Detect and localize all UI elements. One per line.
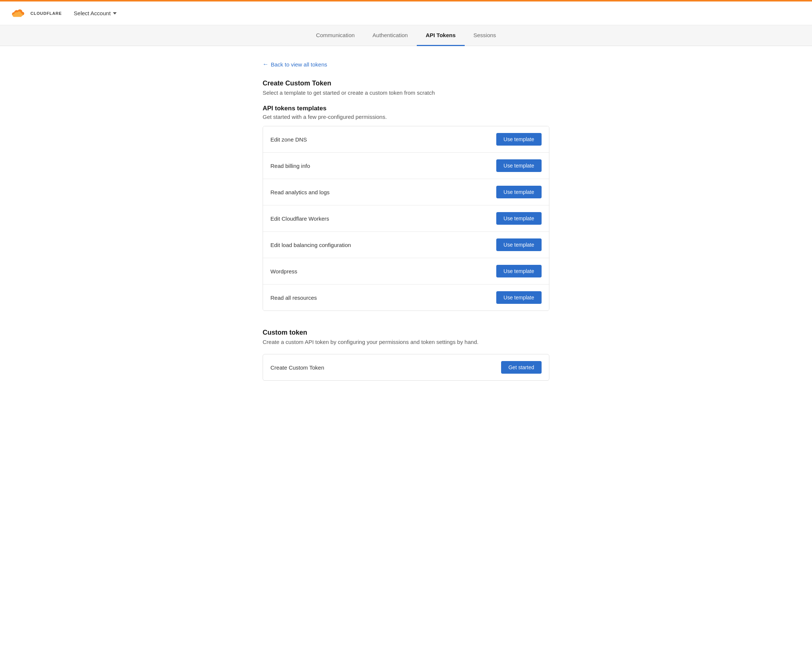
use-template-button[interactable]: Use template — [496, 133, 542, 146]
template-name: Edit zone DNS — [270, 136, 307, 143]
use-template-button[interactable]: Use template — [496, 159, 542, 172]
custom-row-label: Create Custom Token — [270, 365, 324, 371]
template-list: Edit zone DNSUse templateRead billing in… — [263, 126, 549, 311]
template-row: Read analytics and logsUse template — [263, 179, 549, 205]
select-account-label: Select Account — [74, 10, 111, 16]
arrow-left-icon: ← — [263, 61, 269, 68]
back-link-label: Back to view all tokens — [271, 61, 327, 68]
chevron-down-icon — [113, 12, 117, 14]
custom-description: Create a custom API token by configuring… — [263, 339, 549, 345]
custom-section: Custom token Create a custom API token b… — [263, 329, 549, 381]
template-name: Edit Cloudflare Workers — [270, 215, 329, 222]
template-row: Edit Cloudflare WorkersUse template — [263, 205, 549, 232]
template-name: Edit load balancing configuration — [270, 242, 351, 248]
custom-heading: Custom token — [263, 329, 549, 337]
templates-description: Get started with a few pre-configured pe… — [263, 114, 549, 120]
template-row: Edit load balancing configurationUse tem… — [263, 232, 549, 258]
main-content: ← Back to view all tokens Create Custom … — [254, 46, 558, 403]
template-name: Read all resources — [270, 294, 317, 301]
logo-link[interactable]: CLOUDFLARE — [9, 7, 62, 20]
create-section: Create Custom Token Select a template to… — [263, 79, 549, 96]
header: CLOUDFLARE Select Account — [0, 2, 812, 25]
get-started-button[interactable]: Get started — [501, 361, 542, 374]
template-name: Read analytics and logs — [270, 189, 330, 195]
tab-sessions[interactable]: Sessions — [465, 25, 505, 46]
use-template-button[interactable]: Use template — [496, 265, 542, 278]
template-name: Read billing info — [270, 163, 310, 169]
tab-communication[interactable]: Communication — [307, 25, 364, 46]
create-description: Select a template to get started or crea… — [263, 90, 549, 96]
template-row: WordpressUse template — [263, 258, 549, 285]
template-name: Wordpress — [270, 268, 297, 275]
templates-heading: API tokens templates — [263, 105, 549, 112]
template-row: Read all resourcesUse template — [263, 285, 549, 311]
template-row: Edit zone DNSUse template — [263, 126, 549, 153]
back-link[interactable]: ← Back to view all tokens — [263, 61, 327, 68]
tab-authentication[interactable]: Authentication — [364, 25, 417, 46]
use-template-button[interactable]: Use template — [496, 212, 542, 225]
cloudflare-logo-icon — [9, 7, 27, 20]
tab-api-tokens[interactable]: API Tokens — [417, 25, 465, 46]
use-template-button[interactable]: Use template — [496, 291, 542, 304]
custom-token-row: Create Custom Token Get started — [263, 354, 549, 381]
nav-tabs: Communication Authentication API Tokens … — [0, 25, 812, 46]
templates-section: API tokens templates Get started with a … — [263, 105, 549, 311]
logo-text: CLOUDFLARE — [31, 11, 62, 15]
template-row: Read billing infoUse template — [263, 153, 549, 179]
use-template-button[interactable]: Use template — [496, 238, 542, 251]
use-template-button[interactable]: Use template — [496, 186, 542, 198]
select-account-dropdown[interactable]: Select Account — [74, 10, 117, 16]
create-title: Create Custom Token — [263, 79, 549, 87]
